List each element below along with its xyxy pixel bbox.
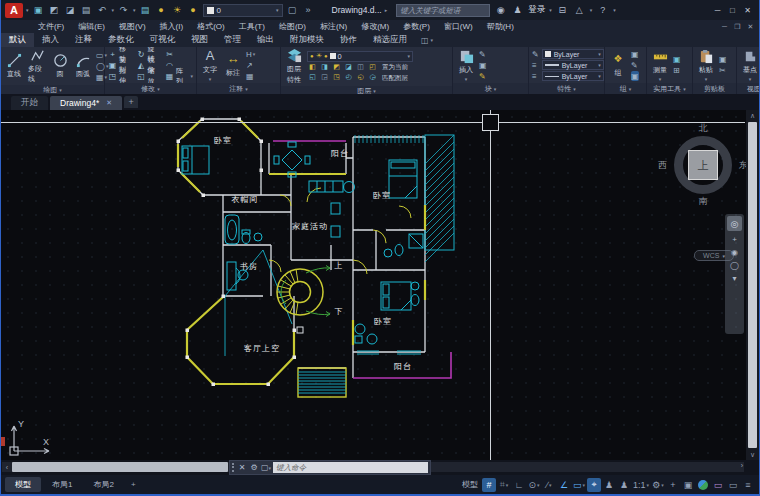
isolate-objects-toggle[interactable]: + xyxy=(666,478,680,492)
minimize-button[interactable]: ─ xyxy=(710,2,725,18)
layout-tab-model[interactable]: 模型 xyxy=(5,477,41,492)
ribbon-tab-home[interactable]: 默认 xyxy=(1,33,34,47)
new-layout-button[interactable]: + xyxy=(125,480,142,489)
workspace-icon[interactable]: ▢ xyxy=(286,3,299,17)
layer-bulb-icon[interactable]: ● xyxy=(155,3,168,17)
layer-thaw-icon[interactable]: ◰ xyxy=(367,63,378,73)
command-input[interactable] xyxy=(273,462,428,473)
viewcube-west[interactable]: 西 xyxy=(658,159,667,172)
annotation-scale-combo[interactable]: 1:1▾ xyxy=(632,478,650,492)
osnap-tracking-toggle[interactable]: ∠ xyxy=(557,478,571,492)
ribbon-tab-visualize[interactable]: 可视化 xyxy=(142,33,184,47)
color-combo[interactable]: ByLayer▾ xyxy=(542,49,604,59)
scroll-down-icon[interactable]: ∨ xyxy=(750,449,755,460)
quick-calc-tool[interactable]: ⊞ xyxy=(673,66,681,76)
layout-tab-layout2[interactable]: 布局2 xyxy=(83,477,123,492)
layer-on-icon[interactable]: ◫ xyxy=(355,63,366,73)
menu-tools[interactable]: 工具(T) xyxy=(232,20,272,33)
app-logo[interactable]: A xyxy=(5,3,23,18)
doc-close-button[interactable]: ✕ xyxy=(744,23,757,31)
tab-close-icon[interactable]: ✕ xyxy=(106,99,112,107)
paste-tool[interactable]: 粘贴 ▾ xyxy=(696,49,716,82)
palette-close-icon[interactable]: ✕ xyxy=(237,463,247,472)
ribbon-tab-annotate[interactable]: 注释 xyxy=(67,33,100,47)
recent-commands-icon[interactable]: ▢▾ xyxy=(261,463,271,472)
plot-icon[interactable]: ▤ xyxy=(80,3,93,17)
menu-window[interactable]: 窗口(W) xyxy=(437,20,480,33)
open-icon[interactable]: ▣ xyxy=(32,3,45,17)
linetype-list-icon[interactable]: ≡ xyxy=(532,71,539,81)
layer-freeze-icon[interactable]: ◩ xyxy=(331,63,342,73)
menu-dimension[interactable]: 标注(N) xyxy=(313,20,354,33)
menu-draw[interactable]: 绘图(D) xyxy=(272,20,313,33)
maximize-button[interactable]: □ xyxy=(725,2,740,18)
account-icon[interactable]: ♟ xyxy=(511,5,524,15)
doc-minimize-button[interactable]: ─ xyxy=(718,23,731,31)
layer-properties-tool[interactable]: 图层 特性 xyxy=(284,48,304,85)
signin-link[interactable]: 登录 xyxy=(528,4,545,16)
lineweight-list-icon[interactable]: ≡ xyxy=(532,60,539,70)
file-tab-drawing4[interactable]: Drawing4* ✕ xyxy=(50,96,122,110)
undo-caret[interactable]: ▾ xyxy=(112,7,115,13)
drawing-canvas[interactable]: 卧室 阳台 衣帽间 卧室 家庭活动 书房 上 下 客厅上空 卧室 阳台 上 北 … xyxy=(1,110,759,460)
polar-tracking-toggle[interactable]: ⊙▾ xyxy=(527,478,541,492)
cut-clip-tool[interactable]: ✂ xyxy=(719,66,727,76)
group-edit-tool[interactable]: ✎ xyxy=(631,60,639,70)
match-layer-button[interactable]: 匹配图层 xyxy=(382,74,408,83)
scroll-left-icon[interactable]: ‹ xyxy=(2,464,12,471)
ribbon-tab-output[interactable]: 输出 xyxy=(249,33,282,47)
layer-combo-caret[interactable]: ▾ xyxy=(276,7,279,13)
viewcube-north[interactable]: 北 xyxy=(699,122,708,135)
palette-grip[interactable] xyxy=(232,463,235,472)
menu-format[interactable]: 格式(O) xyxy=(190,20,232,33)
ribbon-layer-caret[interactable]: ▾ xyxy=(407,53,410,59)
ribbon-tab-featured[interactable]: 精选应用 xyxy=(365,33,415,47)
layer-lock-icon[interactable]: ◪ xyxy=(343,63,354,73)
dimension-tool[interactable]: ↔ 标注 xyxy=(223,52,243,78)
copy-clip-tool[interactable]: ▣ xyxy=(719,55,727,65)
customization-menu-icon[interactable]: ≡ xyxy=(741,478,755,492)
panel-label-view[interactable]: 视图▾» xyxy=(737,83,759,94)
text-tool[interactable]: A 文字 ▾ xyxy=(200,49,220,82)
navigation-bar[interactable]: ◎ + ◉ ◯ ▾ xyxy=(725,214,744,334)
ribbon-state-icon[interactable]: ◫ ▾ xyxy=(415,33,439,47)
match-properties-tool[interactable]: ✎ xyxy=(532,49,539,59)
lineweight-toggle[interactable]: ♟ xyxy=(602,478,616,492)
isodraft-toggle[interactable]: ∕▾ xyxy=(542,478,556,492)
snap-toggle[interactable]: ⌗▾ xyxy=(497,478,511,492)
panel-label-layers[interactable]: 图层▾ xyxy=(281,86,452,94)
stretch-tool[interactable]: ◳拉伸 xyxy=(108,71,131,82)
model-space-indicator[interactable]: 模型 xyxy=(459,479,481,490)
ungroup-tool[interactable]: ▣ xyxy=(631,49,639,59)
layer-combo[interactable]: 0 ▾ xyxy=(203,4,283,17)
qat-more-icon[interactable]: » xyxy=(302,3,315,17)
menu-help[interactable]: 帮助(H) xyxy=(480,20,521,33)
define-attributes-tool[interactable]: ✎ xyxy=(479,71,487,81)
ribbon-tab-collaborate[interactable]: 协作 xyxy=(332,33,365,47)
leader-tool[interactable]: ↗ xyxy=(246,60,255,70)
doc-restore-button[interactable]: ❐ xyxy=(731,23,744,31)
panel-label-utilities[interactable]: 实用工具▾ xyxy=(647,83,692,94)
redo-caret[interactable]: ▾ xyxy=(133,7,136,13)
scroll-right-icon[interactable]: › xyxy=(741,462,743,469)
polyline-tool[interactable]: 多段线 xyxy=(27,48,47,84)
measure-tool[interactable]: 测量 ▾ xyxy=(650,49,670,82)
layer-lock-icon[interactable]: ● xyxy=(187,3,200,17)
file-tab-start[interactable]: 开始 xyxy=(11,96,48,110)
viewcube-south[interactable]: 南 xyxy=(699,195,708,208)
layer-off-icon[interactable]: ◧ xyxy=(307,63,318,73)
panel-label-groups[interactable]: 组▾ xyxy=(605,83,646,94)
layer-walk-icon[interactable]: ◳ xyxy=(331,73,342,83)
menu-file[interactable]: 文件(F) xyxy=(31,20,71,33)
layer-unlock-icon[interactable]: ◱ xyxy=(307,73,318,83)
menu-view[interactable]: 视图(V) xyxy=(112,20,153,33)
navbar-more-icon[interactable]: ▾ xyxy=(732,274,736,283)
ribbon-tab-view[interactable]: 视图 xyxy=(183,33,216,47)
search-icon[interactable]: ◉ xyxy=(494,5,507,15)
id-point-tool[interactable]: ▣ xyxy=(673,55,681,65)
signin-caret[interactable]: ▾ xyxy=(549,7,552,13)
search-input[interactable] xyxy=(396,4,490,17)
app-store-icon[interactable]: ⊟ xyxy=(556,5,569,15)
ribbon-tab-addins[interactable]: 附加模块 xyxy=(282,33,332,47)
clean-screen-monitor-icon[interactable]: ▭ xyxy=(711,478,725,492)
